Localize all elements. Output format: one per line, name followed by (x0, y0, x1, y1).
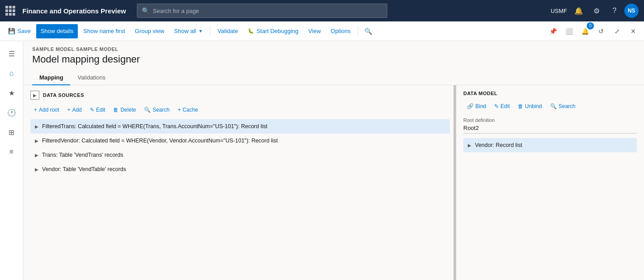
sidebar-home[interactable]: ⌂ (3, 64, 21, 82)
tab-bar: Mapping Validations (23, 71, 644, 85)
sidebar-modules[interactable]: ≡ (3, 143, 21, 161)
company-label: USMF (551, 8, 567, 14)
add-button[interactable]: + Add (64, 104, 85, 116)
unbind-button[interactable]: 🗑 Unbind (514, 100, 546, 112)
tree-item[interactable]: ▶ FilteredVendor: Calculated field = WHE… (30, 134, 450, 148)
toolbar-right: 📌 ⬜ 🔔 0 ↺ ⤢ ✕ (546, 24, 640, 38)
root-definition-value: Root2 (463, 125, 637, 134)
expand-icon-3[interactable]: ▶ (33, 151, 40, 159)
delete-icon: 🗑 (113, 107, 119, 113)
edit-icon: ✎ (90, 107, 94, 113)
sidebar-hamburger[interactable]: ☰ (3, 45, 21, 63)
expand-icon-4[interactable]: ▶ (33, 166, 40, 173)
tree-item[interactable]: ▶ Trans: Table 'VendTrans' records (30, 148, 450, 162)
tree-item[interactable]: ▶ FilteredTrans: Calculated field = WHER… (30, 119, 450, 134)
root-definition-label: Root definition (463, 117, 637, 123)
add-root-button[interactable]: + Add root (30, 104, 63, 116)
search-ds-icon: 🔍 (144, 107, 151, 113)
top-nav-bar: Finance and Operations Preview 🔍 Search … (0, 0, 644, 21)
data-model-header: DATA MODEL (463, 91, 637, 96)
open-external-button[interactable]: ⤢ (610, 24, 624, 38)
expand-icon-1[interactable]: ▶ (33, 123, 40, 130)
toolbar-divider-1 (210, 26, 210, 37)
main-toolbar: 💾 Save Show details Show name first Grou… (0, 21, 644, 41)
save-button[interactable]: 💾 Save (4, 24, 35, 38)
app-title: Finance and Operations Preview (22, 7, 126, 15)
settings-icon[interactable]: ⚙ (589, 3, 605, 19)
refresh-button[interactable]: ↺ (594, 24, 608, 38)
main-layout: ☰ ⌂ ★ 🕐 ⊞ ≡ SAMPLE MODEL SAMPLE MODEL Mo… (0, 41, 644, 280)
data-model-tree: ▶ Vendor: Record list (463, 138, 637, 152)
chevron-down-icon: ▼ (198, 29, 203, 33)
show-details-button[interactable]: Show details (36, 24, 78, 38)
add-icon: + (67, 107, 70, 113)
edit-button[interactable]: ✎ Edit (86, 104, 109, 116)
bind-icon: 🔗 (467, 103, 474, 109)
sidebar-workspaces[interactable]: ⊞ (3, 123, 21, 141)
search-placeholder: Search for a page (153, 8, 199, 14)
data-model-actions: 🔗 Bind ✎ Edit 🗑 Unbind 🔍 Search (463, 100, 637, 112)
tab-validations[interactable]: Validations (70, 71, 113, 85)
app-grid-icon[interactable] (5, 6, 15, 16)
data-sources-title: DATA SOURCES (43, 92, 84, 98)
data-sources-tree: ▶ FilteredTrans: Calculated field = WHER… (30, 119, 450, 176)
left-sidebar: ☰ ⌂ ★ 🕐 ⊞ ≡ (0, 41, 23, 280)
badge-wrap: 🔔 0 (578, 24, 592, 38)
data-model-pane: DATA MODEL 🔗 Bind ✎ Edit 🗑 Unbind (456, 85, 644, 280)
sidebar-recent[interactable]: 🕐 (3, 104, 21, 121)
debug-icon: 🐛 (248, 28, 254, 34)
show-name-first-button[interactable]: Show name first (79, 24, 129, 38)
pinned-icon[interactable]: 📌 (546, 24, 560, 38)
view-button[interactable]: View (304, 24, 325, 38)
dm-expand-icon-1[interactable]: ▶ (466, 142, 473, 149)
validate-button[interactable]: Validate (213, 24, 242, 38)
close-button[interactable]: ✕ (626, 24, 640, 38)
unbind-icon: 🗑 (518, 103, 523, 109)
dm-search-button[interactable]: 🔍 Search (547, 100, 579, 112)
breadcrumb: SAMPLE MODEL SAMPLE MODEL (23, 41, 644, 52)
cache-button[interactable]: + Cache (174, 104, 202, 116)
tree-item[interactable]: ▶ Vendor: Table 'VendTable' records (30, 162, 450, 176)
ds-collapse-button[interactable]: ▶ (30, 91, 39, 100)
options-button[interactable]: Options (326, 24, 355, 38)
tab-mapping[interactable]: Mapping (32, 71, 70, 85)
expand-icon[interactable]: ⬜ (562, 24, 576, 38)
cache-icon: + (178, 107, 181, 113)
expand-icon-2[interactable]: ▶ (33, 137, 40, 144)
content-area: SAMPLE MODEL SAMPLE MODEL Model mapping … (23, 41, 644, 280)
page-title: Model mapping designer (23, 52, 644, 71)
delete-button[interactable]: 🗑 Delete (110, 104, 140, 116)
save-icon: 💾 (8, 28, 15, 34)
help-icon[interactable]: ? (606, 3, 623, 19)
split-pane: ▶ DATA SOURCES + Add root + Add ✎ Edit (23, 85, 644, 280)
dm-tree-item[interactable]: ▶ Vendor: Record list (463, 138, 637, 152)
sidebar-favorites[interactable]: ★ (3, 84, 21, 102)
start-debugging-button[interactable]: 🐛 Start Debugging (243, 24, 303, 38)
global-search[interactable]: 🔍 Search for a page (137, 4, 387, 18)
toolbar-divider-2 (358, 26, 358, 37)
data-sources-pane: ▶ DATA SOURCES + Add root + Add ✎ Edit (23, 85, 454, 280)
search-toolbar-button[interactable]: 🔍 (361, 24, 375, 38)
group-view-button[interactable]: Group view (131, 24, 169, 38)
add-root-icon: + (34, 107, 37, 113)
show-all-button[interactable]: Show all ▼ (169, 24, 207, 38)
search-icon: 🔍 (142, 7, 149, 14)
notification-badge: 0 (587, 22, 594, 29)
avatar[interactable]: NS (624, 4, 639, 18)
bind-button[interactable]: 🔗 Bind (463, 100, 490, 112)
notification-icon[interactable]: 🔔 (571, 3, 587, 19)
data-sources-actions: + Add root + Add ✎ Edit 🗑 Delete (30, 104, 450, 116)
search-ds-button[interactable]: 🔍 Search (140, 104, 173, 116)
root-definition-section: Root definition Root2 (463, 117, 637, 134)
top-nav-right: USMF 🔔 ⚙ ? NS (551, 3, 639, 19)
dm-edit-button[interactable]: ✎ Edit (491, 100, 513, 112)
dm-search-icon: 🔍 (550, 103, 557, 109)
data-sources-header: ▶ DATA SOURCES (30, 91, 450, 100)
dm-edit-icon: ✎ (494, 103, 499, 109)
